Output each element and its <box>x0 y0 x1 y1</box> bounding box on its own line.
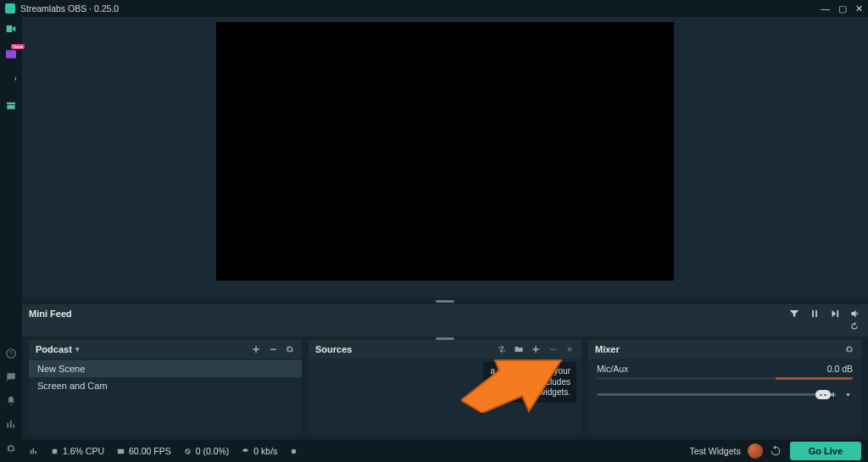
svg-rect-6 <box>118 448 124 454</box>
maximize-icon[interactable]: ▢ <box>838 3 847 14</box>
record-indicator-icon[interactable] <box>289 447 298 456</box>
scene-item[interactable]: Screen and Cam <box>29 377 302 394</box>
new-badge: New <box>11 44 25 49</box>
add-source-icon[interactable]: + <box>531 344 541 354</box>
dropped-value: 0 (0.0%) <box>196 446 230 456</box>
scene-item-label: New Scene <box>37 364 85 374</box>
svg-text:?: ? <box>9 350 13 356</box>
titlebar: Streamlabs OBS · 0.25.0 — ▢ ✕ <box>0 0 868 17</box>
mixer-settings-icon[interactable] <box>844 344 854 354</box>
sources-title: Sources <box>315 344 352 354</box>
svg-rect-0 <box>6 50 16 58</box>
bitrate-icon <box>241 447 250 456</box>
camera-icon[interactable] <box>4 22 18 36</box>
cpu-value: 1.6% CPU <box>63 446 104 456</box>
dropped-icon <box>183 447 192 456</box>
mixer-track-name: Mic/Aux <box>597 364 628 374</box>
pause-icon[interactable] <box>809 308 821 320</box>
tools-icon[interactable] <box>4 73 18 86</box>
source-settings-icon[interactable] <box>565 344 575 354</box>
store-icon[interactable] <box>4 98 18 112</box>
remove-scene-icon[interactable]: − <box>268 344 278 354</box>
filter-icon[interactable] <box>788 308 800 320</box>
add-source-tooltip: a new Source to your cene. Includes widg… <box>483 362 576 403</box>
refresh-icon[interactable] <box>849 321 860 331</box>
chevron-down-icon[interactable]: ▾ <box>75 345 80 353</box>
stats-icon[interactable] <box>29 447 38 456</box>
remove-source-icon[interactable]: − <box>548 344 558 354</box>
avatar[interactable] <box>748 443 763 459</box>
skip-icon[interactable] <box>829 308 841 320</box>
scene-settings-icon[interactable] <box>285 344 295 354</box>
scenes-panel: Podcast ▾ + − New Scene Screen and Cam <box>29 340 302 435</box>
app-logo <box>5 3 15 14</box>
splitter-preview-feed[interactable] <box>22 298 868 304</box>
preview-area <box>22 17 868 298</box>
chat-icon[interactable] <box>4 370 18 384</box>
mini-feed-panel: Mini Feed <box>22 304 868 337</box>
scene-item[interactable]: New Scene <box>29 360 302 377</box>
mini-feed-title: Mini Feed <box>29 309 72 319</box>
close-icon[interactable]: ✕ <box>855 3 863 14</box>
app-icon[interactable]: New <box>4 47 18 61</box>
volume-slider[interactable]: • • <box>597 388 853 400</box>
svg-point-8 <box>245 450 246 451</box>
scenes-title[interactable]: Podcast <box>36 344 72 354</box>
folder-icon[interactable] <box>514 344 524 354</box>
volume-icon[interactable] <box>849 308 861 320</box>
scene-item-label: Screen and Cam <box>37 381 108 391</box>
slider-thumb[interactable]: • • <box>815 390 831 399</box>
fps-value: 60.00 FPS <box>129 446 171 456</box>
mixer-track-level: 0.0 dB <box>827 364 853 374</box>
svg-point-3 <box>568 348 572 352</box>
side-toolbar: New ? <box>0 17 22 462</box>
window-title: Streamlabs OBS · 0.25.0 <box>20 3 119 14</box>
bitrate-value: 0 kb/s <box>253 446 277 456</box>
test-widgets-button[interactable]: Test Widgets <box>690 446 741 456</box>
preview-canvas[interactable] <box>216 22 674 281</box>
bell-icon[interactable] <box>4 394 18 408</box>
bars-icon[interactable] <box>4 418 18 431</box>
track-settings-icon[interactable] <box>843 390 853 399</box>
window-controls: — ▢ ✕ <box>821 3 864 14</box>
help-icon[interactable]: ? <box>4 347 18 360</box>
audio-meter <box>597 377 853 380</box>
mixer-panel: Mixer Mic/Aux 0.0 dB • • <box>588 340 861 435</box>
cpu-icon <box>50 447 59 456</box>
svg-point-9 <box>292 448 297 454</box>
add-scene-icon[interactable]: + <box>251 344 261 354</box>
mixer-title: Mixer <box>595 344 620 354</box>
sources-panel: Sources + − a new Sourc <box>309 340 581 435</box>
status-bar: 1.6% CPU 60.00 FPS 0 (0.0%) 0 kb/s <box>22 440 868 462</box>
svg-rect-5 <box>53 448 58 454</box>
fps-icon <box>116 447 125 456</box>
go-live-button[interactable]: Go Live <box>790 442 861 460</box>
transition-icon[interactable] <box>497 344 507 354</box>
gear-icon[interactable] <box>4 442 18 455</box>
minimize-icon[interactable]: — <box>821 3 831 14</box>
undo-icon[interactable] <box>770 445 782 457</box>
